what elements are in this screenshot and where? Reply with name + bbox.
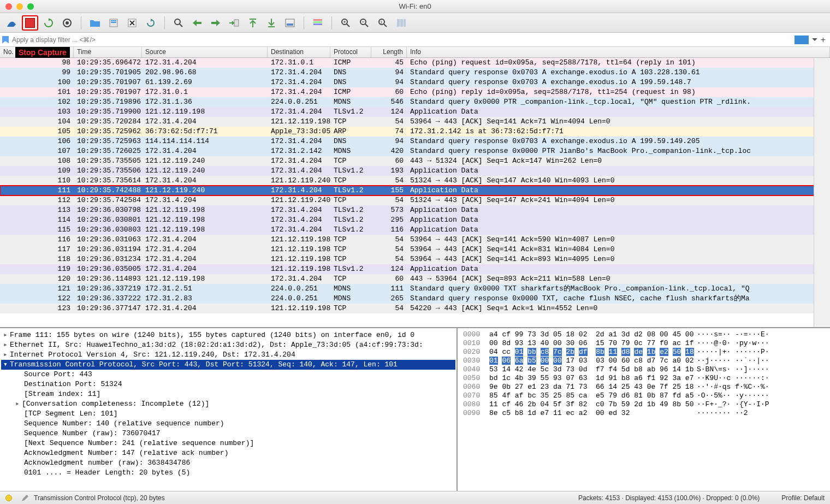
col-header-source[interactable]: Source [142,47,268,57]
tree-tcp-field[interactable]: Acknowledgment number (raw): 3638434786 [1,458,455,468]
packet-row[interactable]: 11110:29:35.742488121.12.119.240172.31.4… [0,186,830,195]
stop-capture-button[interactable] [22,15,38,31]
zoom-out-button[interactable] [356,15,372,31]
packet-row[interactable]: 11510:29:36.030803121.12.119.198172.31.4… [0,225,830,235]
packet-row[interactable]: 10010:29:35.70190761.139.2.69172.31.4.20… [0,78,830,87]
goto-last-button[interactable] [263,15,280,31]
svg-line-17 [347,24,349,27]
add-filter-button[interactable]: + [821,35,826,45]
status-bar: Transmission Control Protocol (tcp), 20 … [0,491,830,504]
hex-row[interactable]: 001000 8d 93 13 40 00 30 06 15 70 79 0c … [463,339,825,348]
tree-tcp-field[interactable]: Source Port: 443 [1,370,455,380]
save-file-button[interactable] [105,15,122,31]
expand-icon[interactable] [15,399,22,409]
packet-row[interactable]: 12210:29:36.337222172.31.2.83224.0.0.251… [0,294,830,304]
packet-row[interactable]: 11610:29:36.031063172.31.4.204121.12.119… [0,235,830,245]
stop-capture-annotation: Stop Capture [15,47,70,58]
shark-fin-icon[interactable] [3,15,20,31]
col-header-destination[interactable]: Destination [268,47,330,57]
packet-row[interactable]: 11710:29:36.031194172.31.4.204121.12.119… [0,245,830,254]
zoom-reset-button[interactable]: 1 [375,15,391,31]
goto-packet-button[interactable] [226,15,242,31]
packet-row[interactable]: 10710:29:35.726025172.31.4.204172.31.2.1… [0,146,830,156]
svg-rect-8 [234,20,239,26]
autoscroll-button[interactable] [282,15,298,31]
packet-row[interactable]: 11410:29:36.030801121.12.119.198172.31.4… [0,215,830,225]
packet-minimap-scrollbar[interactable] [814,58,830,327]
packet-list-header[interactable]: No. Time Source Destination Protocol Len… [0,47,830,58]
hex-row[interactable]: 002004 cc 01 bb c8 7c 2b df 8b 11 d8 de … [463,348,825,357]
go-forward-button[interactable] [208,15,224,31]
packet-row[interactable]: 10810:29:35.735505121.12.119.240172.31.4… [0,156,830,166]
col-header-info[interactable]: Info [407,47,830,57]
packet-row[interactable]: 9810:29:35.696472172.31.4.204172.31.0.1I… [0,58,830,68]
window-titlebar: Wi-Fi: en0 [0,0,830,13]
svg-line-7 [180,24,182,27]
col-header-time[interactable]: Time [74,47,142,57]
svg-rect-3 [111,20,116,21]
packet-row[interactable]: 9910:29:35.701905202.98.96.68172.31.4.20… [0,68,830,78]
tree-tcp-field[interactable]: Sequence Number: 140 (relative sequence … [1,419,455,429]
packet-details-pane[interactable]: Frame 111: 155 bytes on wire (1240 bits)… [0,328,456,491]
tree-tcp-field[interactable]: Sequence Number (raw): 736070417 [1,429,455,438]
reload-file-button[interactable] [143,15,159,31]
tree-tcp-field[interactable]: [Conversation completeness: Incomplete (… [1,399,455,409]
packet-row[interactable]: 11310:29:36.030798121.12.119.198172.31.4… [0,205,830,215]
display-filter-bar: + [0,33,830,47]
packet-row[interactable]: 10910:29:35.735506121.12.119.240172.31.4… [0,166,830,176]
expert-info-icon[interactable] [5,495,12,501]
goto-first-button[interactable] [245,15,261,31]
go-back-button[interactable] [189,15,205,31]
col-header-length[interactable]: Length [371,47,407,57]
hex-row[interactable]: 0000a4 cf 99 73 3d 05 18 02 2d a1 3d d2 … [463,330,825,339]
packet-row[interactable]: 11210:29:35.742584172.31.4.204121.12.119… [0,195,830,205]
packet-bytes-pane[interactable]: 0000a4 cf 99 73 3d 05 18 02 2d a1 3d d2 … [456,328,830,491]
hex-row[interactable]: 003001 06 6a b5 00 00 17 03 03 00 60 c8 … [463,357,825,365]
hex-row[interactable]: 0050bd 1c 4b 39 55 93 07 63 1d 91 b8 a6 … [463,374,825,383]
hex-row[interactable]: 007085 4f af bc 35 25 85 ca e5 79 d6 81 … [463,392,825,400]
svg-point-6 [175,19,180,25]
capture-options-button[interactable] [59,15,75,31]
tree-tcp-field[interactable]: Acknowledgment Number: 147 (relative ack… [1,448,455,458]
collapse-icon[interactable] [3,360,10,370]
expand-icon[interactable] [3,340,10,350]
display-filter-input[interactable] [9,35,795,45]
hex-row[interactable]: 00609e 0b 27 e1 23 da 71 73 66 14 25 43 … [463,383,825,392]
packet-row[interactable]: 10610:29:35.725963114.114.114.114172.31.… [0,137,830,146]
packet-row[interactable]: 10110:29:35.701907172.31.0.1172.31.4.204… [0,87,830,97]
tree-tcp-field[interactable]: [TCP Segment Len: 101] [1,409,455,419]
resize-columns-button[interactable] [393,15,410,31]
hex-row[interactable]: 008011 cf 46 2b 04 5f 3f 82 c0 7b 59 2d … [463,400,825,409]
edit-icon[interactable] [21,494,29,502]
packet-row[interactable]: 10510:29:35.72596236:73:62:5d:f7:71Apple… [0,127,830,137]
packet-row[interactable]: 12010:29:36.114893121.12.119.198172.31.4… [0,274,830,284]
packet-row[interactable]: 11910:29:36.035005172.31.4.204121.12.119… [0,264,830,274]
hex-row[interactable]: 00908e c5 b8 1d e7 11 ec a2 00 ed 32····… [463,409,825,418]
expand-icon[interactable] [3,330,10,340]
packet-row[interactable]: 11810:29:36.031234172.31.4.204121.12.119… [0,254,830,264]
find-packet-button[interactable] [170,15,187,31]
packet-row[interactable]: 12110:29:36.337219172.31.2.51224.0.0.251… [0,284,830,294]
hex-row[interactable]: 004053 14 42 4e 5c 3d 73 0d f7 f4 5d b8 … [463,365,825,374]
tree-tcp-field[interactable]: [Stream index: 11] [1,389,455,399]
expand-icon[interactable] [3,350,10,360]
tree-tcp: Transmission Control Protocol, Src Port:… [1,360,455,370]
packet-row[interactable]: 10310:29:35.719900121.12.119.198172.31.4… [0,107,830,117]
packet-row[interactable]: 11010:29:35.735614172.31.4.204121.12.119… [0,176,830,186]
restart-capture-button[interactable] [40,15,57,31]
packet-row[interactable]: 10410:29:35.720284172.31.4.204121.12.119… [0,117,830,127]
packet-row[interactable]: 12310:29:36.377147172.31.4.204121.12.119… [0,304,830,313]
open-file-button[interactable] [87,15,103,31]
colorize-button[interactable] [310,15,326,31]
packet-row[interactable]: 10210:29:35.719896172.31.1.36224.0.0.251… [0,97,830,107]
col-header-protocol[interactable]: Protocol [330,47,371,57]
svg-rect-14 [313,21,322,23]
tree-tcp-field[interactable]: Destination Port: 51324 [1,380,455,389]
tree-tcp-field[interactable]: [Next Sequence Number: 241 (relative seq… [1,438,455,448]
filter-apply-icon[interactable] [795,35,809,44]
close-file-button[interactable] [124,15,140,31]
tree-tcp-field[interactable]: 0101 .... = Header Length: 20 bytes (5) [1,468,455,478]
status-profile[interactable]: Profile: Default [781,494,825,502]
zoom-in-button[interactable] [337,15,354,31]
bookmark-icon[interactable] [2,36,9,44]
